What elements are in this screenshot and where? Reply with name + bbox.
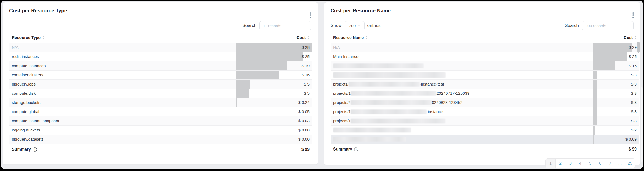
table-row[interactable]: bigquery.jobs$ 5	[9, 80, 312, 89]
resource-text: redis.instances	[12, 54, 39, 59]
table-row[interactable]: logging.buckets$ 0.00	[9, 126, 312, 135]
cost-cell: $ 3	[593, 89, 639, 98]
pagination-page-...[interactable]: ...	[615, 158, 625, 168]
entries-label: entries	[367, 23, 381, 28]
entries-select[interactable]: 200	[345, 21, 365, 30]
table-row[interactable]: $ 3	[331, 71, 639, 80]
table-scrollbar-thumb[interactable]	[637, 42, 640, 53]
cost-cell: $ 5	[236, 89, 312, 98]
cost-value: $ 5	[304, 82, 310, 87]
table-row[interactable]: N/A$ 28	[9, 43, 312, 52]
cost-value: $ 28	[302, 45, 310, 50]
resource-text: Main Instance	[333, 54, 359, 59]
pagination-page-7[interactable]: 7	[605, 158, 615, 168]
table-row[interactable]: projects/-instance-test$ 3	[331, 80, 639, 89]
search-input[interactable]	[582, 21, 634, 30]
sort-icon	[366, 36, 368, 39]
cost-header-label: Cost	[297, 35, 306, 40]
table-row[interactable]: storage.buckets$ 0.24	[9, 98, 312, 107]
table-row[interactable]: redis.instances$ 25	[9, 52, 312, 61]
cost-bar	[236, 98, 237, 107]
resource-text: 0240828-123452	[432, 100, 462, 105]
resource-type-header-label: Resource Type	[12, 35, 41, 40]
table-row[interactable]: projects/120240717-125039$ 3	[331, 89, 639, 98]
pagination-page-4[interactable]: 4	[575, 158, 585, 168]
cost-cell: $ 3	[593, 71, 639, 79]
info-icon[interactable]: i	[354, 147, 358, 151]
redacted-text	[351, 109, 427, 114]
resource-name-table: Resource Name Cost N/A$ 29Main Instance$…	[331, 33, 639, 168]
info-icon[interactable]: i	[33, 147, 37, 152]
sort-icon	[42, 36, 44, 39]
cost-cell: $ 19	[236, 61, 312, 70]
pagination-page-6[interactable]: 6	[595, 158, 605, 168]
table-row[interactable]: projects/1-instance$ 3	[331, 107, 639, 116]
cost-header-label: Cost	[624, 35, 633, 40]
cost-header[interactable]: Cost	[297, 35, 310, 40]
summary-row: Summary i $ 99	[331, 144, 639, 154]
pagination-page-2[interactable]: 2	[555, 158, 565, 168]
resource-cell: projects/120240717-125039	[331, 89, 593, 98]
table-row[interactable]: Main Instance$ 25	[331, 52, 639, 61]
resource-text: projects/1	[333, 119, 351, 123]
cost-bar	[593, 116, 597, 125]
cost-value: $ 3	[631, 82, 637, 87]
resource-type-header[interactable]: Resource Type	[12, 35, 44, 40]
summary-row: Summary i $ 99	[9, 144, 312, 155]
table-row[interactable]: $ 2	[331, 126, 639, 135]
pagination-page-1[interactable]: 1	[545, 158, 556, 168]
resource-text: compute.disk	[12, 91, 36, 96]
cost-header[interactable]: Cost	[624, 35, 637, 40]
pagination-page-25[interactable]: 25	[625, 158, 635, 168]
table-row[interactable]: compute.instant_snapshot$ 0.03	[9, 116, 312, 126]
pagination-page-5[interactable]: 5	[585, 158, 595, 168]
resource-cell: storage.buckets	[9, 98, 236, 107]
chevron-down-icon	[358, 24, 360, 26]
resource-type-table: Resource Type Cost N/A$ 28redis.instance…	[9, 33, 312, 155]
cost-cell: $ 0.69	[593, 135, 639, 144]
redacted-text	[333, 72, 446, 78]
resource-cell: Main Instance	[331, 52, 593, 61]
search-input[interactable]	[259, 21, 311, 30]
table-row[interactable]: $ 0.69	[331, 135, 639, 144]
resource-cell: N/A	[331, 43, 593, 52]
kebab-menu-icon[interactable]	[310, 12, 312, 18]
cost-cell: $ 0.03	[236, 116, 312, 125]
resource-cell: compute.instances	[9, 61, 236, 70]
resource-text: N/A	[333, 45, 340, 50]
table-row[interactable]: N/A$ 29	[331, 43, 639, 52]
cost-cell: $ 3	[593, 98, 639, 107]
cost-per-resource-type-card: Cost per Resource Type Search Resource T…	[3, 2, 318, 165]
redacted-text	[351, 91, 436, 96]
resource-text: logging.buckets	[12, 128, 40, 132]
table-row[interactable]: $ 16	[331, 61, 639, 71]
cost-value: $ 0.00	[298, 137, 310, 142]
cost-bar	[593, 89, 597, 98]
resource-cell: projects/1-instance	[331, 107, 593, 116]
redacted-text	[333, 128, 411, 132]
pagination-page-3[interactable]: 3	[565, 158, 575, 168]
resource-cell: compute.instant_snapshot	[9, 116, 236, 125]
kebab-menu-icon[interactable]	[632, 12, 634, 18]
resource-text: 20240717-125039	[436, 91, 469, 96]
resource-cell	[331, 135, 593, 144]
table-row[interactable]: projects/1$ 3	[331, 116, 639, 126]
table-row[interactable]: container.clusters$ 16	[9, 71, 312, 80]
resource-text: compute.instances	[12, 63, 46, 68]
table-row[interactable]: projects/40240828-123452$ 3	[331, 98, 639, 107]
table-row[interactable]: compute.instances$ 19	[9, 61, 312, 71]
resource-text: -instance-test	[420, 82, 444, 87]
table-row[interactable]: compute.global$ 0.05	[9, 107, 312, 116]
cost-bar	[236, 116, 236, 125]
page-scrollbar-thumb[interactable]	[641, 87, 643, 162]
cost-cell: $ 3	[593, 80, 639, 89]
resource-name-header[interactable]: Resource Name	[333, 35, 368, 40]
table-body: N/A$ 28redis.instances$ 25compute.instan…	[9, 43, 312, 144]
resource-text: projects/	[333, 82, 349, 87]
table-controls: Show 200 entries Search	[324, 21, 640, 30]
resource-cell: projects/40240828-123452	[331, 98, 593, 107]
table-row[interactable]: bigquery.datasets$ 0.00	[9, 135, 312, 144]
table-row[interactable]: compute.disk$ 5	[9, 89, 312, 98]
resource-text: -instance	[427, 109, 443, 114]
cost-value: $ 0.69	[625, 137, 637, 142]
